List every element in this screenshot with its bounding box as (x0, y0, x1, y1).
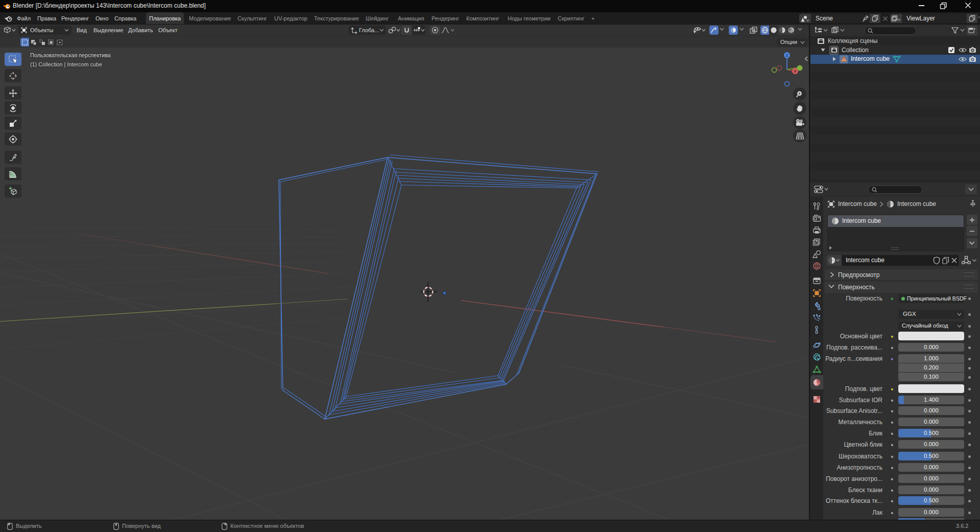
svg-text:X: X (794, 69, 797, 74)
svg-text:Z: Z (786, 53, 788, 58)
